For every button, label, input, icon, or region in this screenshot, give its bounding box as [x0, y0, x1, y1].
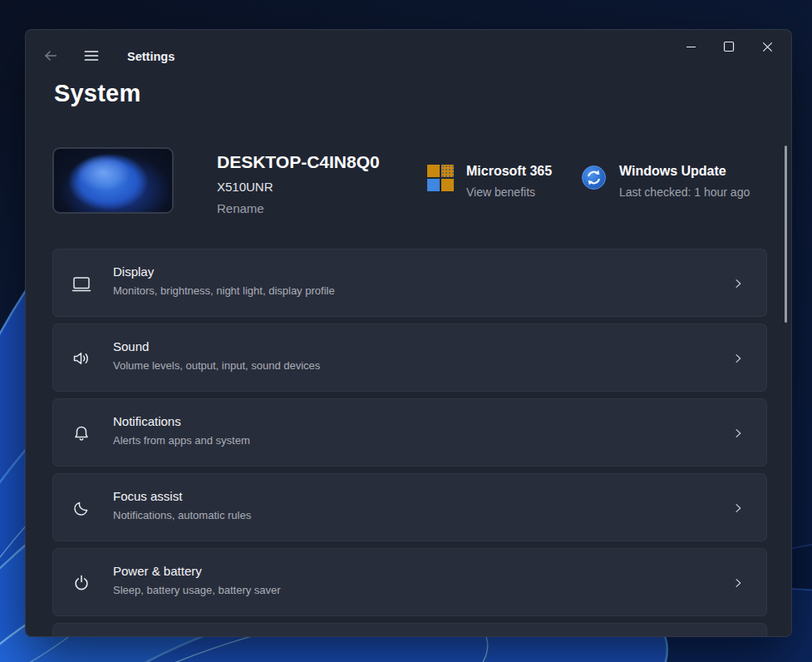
power-icon	[71, 573, 91, 593]
ms365-square-orange-3	[441, 179, 454, 191]
settings-window: Settings System DESKTOP-C4IN8Q0 X510UNR …	[25, 29, 792, 637]
row-subtitle: Volume levels, output, input, sound devi…	[113, 358, 320, 373]
chevron-right-icon	[731, 501, 745, 515]
row-subtitle: Notifications, automatic rules	[113, 508, 251, 523]
page-title: System	[54, 80, 140, 107]
settings-list: Display Monitors, brightness, night ligh…	[52, 249, 767, 637]
row-title: Power & battery	[113, 563, 202, 580]
window-controls	[672, 30, 786, 63]
maximize-button[interactable]	[710, 30, 748, 63]
ms365-square-orange-1	[427, 165, 440, 177]
settings-row-focus-assist[interactable]: Focus assist Notifications, automatic ru…	[52, 473, 767, 541]
windows-update-card[interactable]: Windows Update Last checked: 1 hour ago	[581, 163, 750, 200]
chevron-right-icon	[731, 576, 745, 590]
settings-row-sound[interactable]: Sound Volume levels, output, input, soun…	[52, 324, 767, 392]
ms365-square-orange-2	[441, 165, 454, 177]
row-title: Focus assist	[113, 488, 182, 505]
titlebar: Settings	[26, 30, 791, 83]
settings-row-notifications[interactable]: Notifications Alerts from apps and syste…	[52, 398, 767, 467]
focus-assist-moon-icon	[71, 498, 91, 518]
back-arrow-icon	[42, 47, 60, 67]
app-title: Settings	[127, 30, 175, 83]
microsoft-365-title: Microsoft 365	[466, 163, 552, 180]
row-subtitle: Alerts from apps and system	[113, 433, 250, 448]
sound-icon	[71, 348, 91, 368]
settings-row-display[interactable]: Display Monitors, brightness, night ligh…	[52, 249, 767, 317]
minimize-button[interactable]	[672, 30, 710, 63]
display-icon	[71, 274, 91, 294]
scrollbar-thumb[interactable]	[785, 146, 787, 323]
rename-link[interactable]: Rename	[217, 200, 264, 217]
navigation-menu-button[interactable]	[77, 44, 106, 69]
chevron-right-icon	[731, 277, 745, 290]
row-subtitle: Sleep, battery usage, battery saver	[113, 583, 281, 598]
notifications-bell-icon	[71, 423, 91, 443]
row-title: Sound	[113, 338, 149, 355]
ms365-square-blue	[427, 179, 440, 191]
view-benefits-link[interactable]: View benefits	[466, 185, 552, 200]
windows-update-title: Windows Update	[619, 163, 750, 180]
row-title: Display	[113, 264, 154, 280]
device-info: DESKTOP-C4IN8Q0 X510UNR Rename	[217, 151, 380, 217]
windows-update-status: Last checked: 1 hour ago	[619, 185, 750, 200]
device-model: X510UNR	[217, 179, 380, 195]
minimize-icon	[685, 41, 697, 53]
close-icon	[761, 41, 774, 53]
close-button[interactable]	[748, 30, 786, 63]
windows-update-icon	[581, 165, 607, 200]
chevron-right-icon	[731, 427, 745, 440]
back-button[interactable]	[37, 44, 65, 69]
microsoft-365-card[interactable]: Microsoft 365 View benefits	[427, 163, 552, 200]
maximize-icon	[723, 41, 735, 52]
device-thumbnail	[52, 147, 174, 214]
row-title: Notifications	[113, 413, 181, 430]
device-name: DESKTOP-C4IN8Q0	[217, 151, 380, 173]
row-subtitle: Monitors, brightness, night light, displ…	[113, 284, 335, 299]
settings-row-power-battery[interactable]: Power & battery Sleep, battery usage, ba…	[52, 548, 767, 616]
hamburger-menu-icon	[83, 47, 100, 67]
settings-row-partial[interactable]	[52, 623, 767, 637]
microsoft-365-icon	[427, 165, 454, 191]
chevron-right-icon	[731, 352, 745, 365]
